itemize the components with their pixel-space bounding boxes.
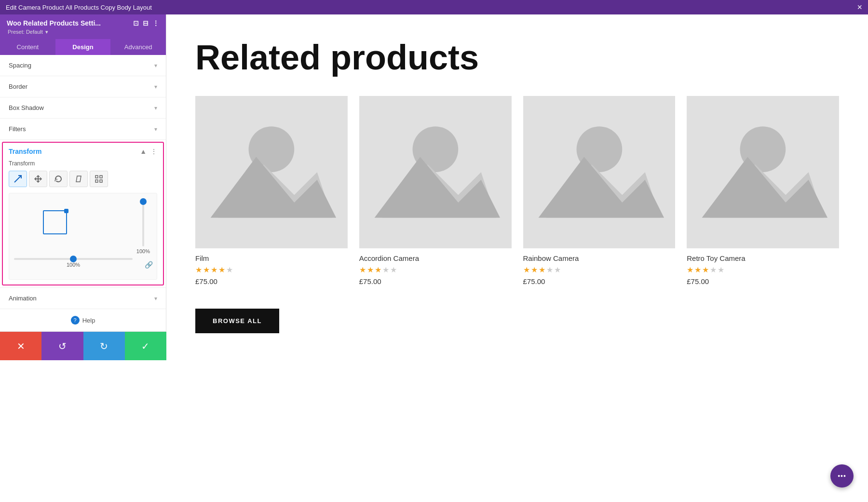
columns-icon[interactable]: ⊟ [143,19,149,27]
product-card-1[interactable]: Accordion Camera ★ ★ ★ ★ ★ £75.00 [359,96,512,285]
floating-dots-icon: ••• [838,472,846,480]
svg-line-0 [14,176,21,182]
section-filters[interactable]: Filters ▾ [0,119,166,140]
transform-title: Transform [9,148,41,155]
star-5: ★ [390,265,397,274]
transform-header-icons: ▲ ⋮ [140,148,157,155]
redo-button[interactable]: ↻ [83,332,125,360]
v-slider-track[interactable] [142,198,144,246]
star-3: ★ [211,265,217,274]
svg-rect-6 [95,180,98,182]
undo-button[interactable]: ↺ [41,332,83,360]
tool-skew[interactable] [69,171,88,187]
more-icon[interactable]: ⋮ [152,19,159,27]
star-5: ★ [554,265,561,274]
section-border[interactable]: Border ▾ [0,76,166,97]
star-1: ★ [523,265,530,274]
star-1: ★ [687,265,693,274]
star-2: ★ [203,265,210,274]
transform-header: Transform ▲ ⋮ [9,148,157,155]
widget-title-text: Woo Related Products Setti... [7,19,101,27]
star-4: ★ [546,265,553,274]
star-4: ★ [218,265,225,274]
floating-menu-button[interactable]: ••• [830,464,854,488]
sidebar: Woo Related Products Setti... ⊡ ⊟ ⋮ Pres… [0,14,166,331]
horizontal-slider: 100% [14,258,133,268]
tab-content[interactable]: Content [0,39,55,55]
scale-box-container [43,210,67,234]
product-card-2[interactable]: Rainbow Camera ★ ★ ★ ★ ★ £75.00 [523,96,676,285]
product-image-3 [687,96,839,248]
product-image-0 [195,96,348,248]
border-chevron: ▾ [154,83,157,90]
tab-advanced[interactable]: Advanced [110,39,166,55]
widget-title-row: Woo Related Products Setti... ⊡ ⊟ ⋮ [7,19,159,27]
help-link[interactable]: ? Help [71,316,95,325]
star-3: ★ [539,265,545,274]
box-shadow-chevron: ▾ [154,105,157,111]
product-name-2: Rainbow Camera [523,254,676,262]
star-2: ★ [367,265,374,274]
spacing-chevron: ▾ [154,62,157,69]
cancel-button[interactable]: ✕ [0,332,41,360]
animation-label: Animation [9,295,37,302]
product-stars-2: ★ ★ ★ ★ ★ [523,265,676,274]
section-box-shadow[interactable]: Box Shadow ▾ [0,97,166,119]
section-animation[interactable]: Animation ▾ [0,287,166,309]
responsive-icon[interactable]: ⊡ [133,19,139,27]
svg-marker-3 [76,176,81,182]
tool-matrix[interactable] [90,171,108,187]
h-slider-thumb[interactable] [70,256,77,262]
tool-move[interactable] [29,171,47,187]
transform-scale-area: 100% 100% 🔗 [9,193,157,280]
spacing-label: Spacing [9,62,31,69]
top-bar: Edit Camera Product All Products Copy Bo… [0,0,868,14]
star-5: ★ [718,265,724,274]
product-price-3: £75.00 [687,277,839,285]
star-3: ★ [375,265,381,274]
h-slider-track[interactable] [14,258,133,260]
preset-label[interactable]: Preset: Default ▾ [7,29,159,35]
product-name-1: Accordion Camera [359,254,512,262]
svg-rect-5 [100,176,102,178]
scale-box [43,210,67,234]
product-stars-3: ★ ★ ★ ★ ★ [687,265,839,274]
product-card-3[interactable]: Retro Toy Camera ★ ★ ★ ★ ★ £75.00 [687,96,839,285]
link-icon[interactable]: 🔗 [145,261,153,269]
save-button[interactable]: ✓ [125,332,166,360]
product-name-0: Film [195,254,348,262]
section-spacing[interactable]: Spacing ▾ [0,55,166,76]
product-image-2 [523,96,676,248]
sidebar-header: Woo Related Products Setti... ⊡ ⊟ ⋮ Pres… [0,14,166,39]
filters-label: Filters [9,125,26,133]
v-slider-value: 100% [136,248,150,254]
top-bar-title: Edit Camera Product All Products Copy Bo… [6,4,152,11]
scale-box-handle [64,209,68,213]
sidebar-footer: ? Help [0,309,166,331]
svg-rect-7 [100,180,102,182]
page-title: Related products [195,39,839,77]
h-slider-value: 100% [14,262,133,268]
tool-scale[interactable] [9,171,27,187]
transform-more-icon[interactable]: ⋮ [150,148,157,155]
vertical-slider: 100% [136,198,150,256]
transform-collapse-icon[interactable]: ▲ [140,148,147,155]
tool-rotate[interactable] [49,171,68,187]
v-slider-thumb[interactable] [140,198,147,205]
star-4: ★ [382,265,389,274]
browse-all-button[interactable]: BROWSE ALL [195,309,279,333]
animation-chevron: ▾ [154,295,157,302]
star-5: ★ [226,265,233,274]
help-icon: ? [71,316,80,325]
tab-design[interactable]: Design [55,39,111,55]
transform-section: Transform ▲ ⋮ Transform [2,142,164,285]
close-button[interactable]: × [857,3,862,12]
product-price-0: £75.00 [195,277,348,285]
product-stars-0: ★ ★ ★ ★ ★ [195,265,348,274]
product-card-0[interactable]: Film ★ ★ ★ ★ ★ £75.00 [195,96,348,285]
star-1: ★ [195,265,202,274]
main-content: Related products Film ★ ★ ★ [166,14,868,502]
star-2: ★ [531,265,538,274]
star-2: ★ [694,265,701,274]
transform-label: Transform [9,160,157,167]
